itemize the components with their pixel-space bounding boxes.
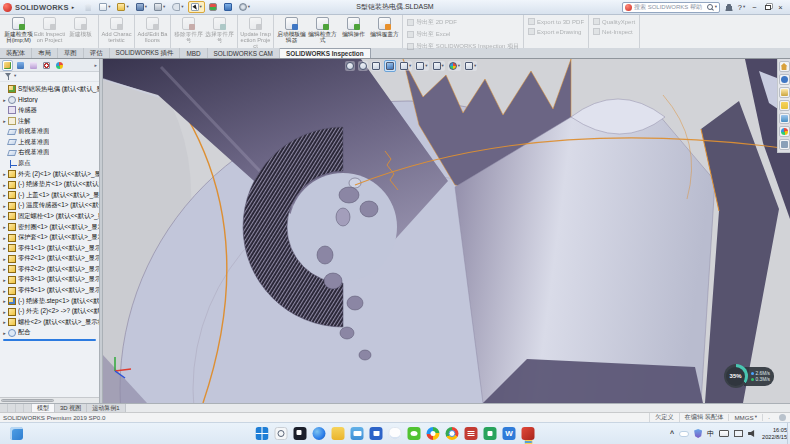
- new-template-button[interactable]: 新建模板: [65, 16, 96, 37]
- featuremanager-tab[interactable]: [2, 60, 13, 71]
- close-button[interactable]: ×: [774, 1, 787, 13]
- remove-balloons-button[interactable]: 移除零件序号: [173, 16, 204, 43]
- help-search-box[interactable]: ▾: [622, 2, 720, 13]
- select-balloons-button[interactable]: 选择零件序号: [204, 16, 235, 43]
- ribbon-tab[interactable]: SOLIDWORKS Inspection: [280, 48, 371, 58]
- status-tag-icon[interactable]: [779, 414, 786, 421]
- tree-item[interactable]: ▸(-) 温度传感器<1> (默认<<默认>_: [1, 201, 99, 212]
- export-2d-pdf-button[interactable]: 导出至 2D PDF: [407, 18, 457, 27]
- restore-button[interactable]: [761, 1, 774, 13]
- expand-arrow-icon[interactable]: ▸: [1, 118, 8, 124]
- appearances-button[interactable]: [779, 126, 790, 137]
- mail-taskbar-icon[interactable]: [351, 427, 364, 440]
- filter-caret-icon[interactable]: ▾: [14, 74, 16, 79]
- tree-item[interactable]: 右视基准面: [1, 148, 99, 159]
- scrollbar-thumb[interactable]: [1, 399, 54, 402]
- view-settings-button[interactable]: ▾: [464, 61, 477, 71]
- chrome-taskbar-icon[interactable]: [446, 427, 459, 440]
- expand-arrow-icon[interactable]: ▸: [1, 97, 8, 103]
- tree-item[interactable]: ▸零件3<1> (默认<<默认>_显示状态: [1, 275, 99, 286]
- file-explorer-button[interactable]: [779, 100, 790, 111]
- tray-expand-icon[interactable]: ^: [670, 430, 674, 437]
- tab-scroll-button[interactable]: [16, 404, 24, 412]
- expand-arrow-icon[interactable]: ▸: [1, 171, 8, 177]
- ime-indicator[interactable]: 中: [707, 429, 714, 439]
- expand-arrow-icon[interactable]: ▸: [1, 224, 8, 230]
- tree-item[interactable]: ▸零件1<1> (默认<<默认>_显示状态: [1, 243, 99, 254]
- tab-scroll-button[interactable]: [24, 404, 32, 412]
- hide-show-items-button[interactable]: ▾: [432, 61, 445, 71]
- onedrive-tray-icon[interactable]: [679, 431, 689, 437]
- ribbon-tab[interactable]: 布局: [32, 48, 58, 58]
- search-caret-icon[interactable]: ▾: [715, 5, 717, 10]
- qualityxpert-button[interactable]: QualityXpert: [593, 18, 635, 25]
- file-explorer-taskbar-icon[interactable]: [332, 427, 345, 440]
- export-3d-pdf-button[interactable]: Export to 3D PDF: [528, 18, 584, 25]
- solidworks-taskbar-icon[interactable]: [522, 427, 535, 440]
- ribbon-tab[interactable]: SOLIDWORKS CAM: [208, 48, 280, 58]
- rollback-bar[interactable]: [3, 339, 96, 341]
- expand-arrow-icon[interactable]: ▸: [1, 330, 8, 336]
- login-button[interactable]: [722, 1, 735, 13]
- tree-item[interactable]: ▸保护套<1> (默认<<默认>_显示状: [1, 232, 99, 243]
- previous-view-button[interactable]: [371, 61, 381, 71]
- options-button[interactable]: ▾: [236, 1, 253, 13]
- add-edit-balloons-button[interactable]: Add/Edit Balloons: [137, 16, 168, 43]
- view-palette-button[interactable]: [779, 113, 790, 124]
- expand-arrow-icon[interactable]: ▸: [1, 213, 8, 219]
- display-settings-button[interactable]: [221, 1, 235, 13]
- launch-template-editor-button[interactable]: 启动模板编辑器: [276, 16, 307, 43]
- widgets-icon[interactable]: [10, 427, 23, 440]
- custom-properties-button[interactable]: [779, 139, 790, 150]
- store-taskbar-icon[interactable]: [370, 427, 383, 440]
- expand-arrow-icon[interactable]: ▸: [1, 192, 8, 198]
- select-button[interactable]: ▾: [188, 1, 205, 13]
- new-document-button[interactable]: ▾: [96, 1, 113, 13]
- expand-arrow-icon[interactable]: ▸: [1, 182, 8, 188]
- help-button[interactable]: ?▾: [735, 1, 748, 13]
- tree-filter-row[interactable]: ▾: [0, 72, 99, 82]
- add-characteristic-button[interactable]: Add Characteristic: [101, 16, 132, 43]
- tree-item[interactable]: ▸History: [1, 95, 99, 106]
- edge-taskbar-icon[interactable]: [313, 427, 326, 440]
- wps-taskbar-icon[interactable]: W: [503, 427, 516, 440]
- display-style-button[interactable]: ▾: [415, 61, 428, 71]
- tree-horizontal-scrollbar[interactable]: [0, 397, 99, 403]
- tree-item[interactable]: ▸零件2<1> (默认<<默认>_显示状态: [1, 254, 99, 265]
- tree-item[interactable]: ▸注解: [1, 116, 99, 127]
- ribbon-tab[interactable]: MBD: [180, 48, 207, 58]
- zoom-fit-button[interactable]: [345, 61, 355, 71]
- ribbon-tab[interactable]: SOLIDWORKS 插件: [110, 48, 181, 58]
- task-view-taskbar-icon[interactable]: [294, 427, 307, 440]
- expand-arrow-icon[interactable]: ▸: [1, 298, 8, 304]
- export-sw-inspection-project-button[interactable]: 导出至 SOLIDWORKS Inspection 项目: [407, 42, 519, 51]
- export-excel-button[interactable]: 导出至 Excel: [407, 30, 450, 39]
- security-tray-icon[interactable]: [694, 429, 702, 438]
- tree-item[interactable]: S型铠装热电偶 (默认<默认_显示状态-1: [1, 84, 99, 95]
- edit-appearance-button[interactable]: ▾: [448, 61, 461, 71]
- tree-item[interactable]: 传感器: [1, 105, 99, 116]
- expand-arrow-icon[interactable]: ▸: [1, 309, 8, 315]
- start-taskbar-icon[interactable]: [256, 427, 269, 440]
- tree-item[interactable]: ▸配合: [1, 328, 99, 339]
- keyboard-tray-icon[interactable]: [719, 430, 729, 437]
- tab-scroll-button[interactable]: [8, 404, 16, 412]
- ribbon-tab[interactable]: 草图: [58, 48, 84, 58]
- configurationmanager-tab[interactable]: [28, 60, 39, 71]
- tree-item[interactable]: ▸(-) 外壳 (2)<2> ->? (默认<<默认: [1, 306, 99, 317]
- ribbon-tab[interactable]: 装配体: [0, 48, 32, 58]
- dimxpertmanager-tab[interactable]: [41, 60, 52, 71]
- propertymanager-tab[interactable]: [15, 60, 26, 71]
- home-button[interactable]: [81, 1, 95, 13]
- search-input[interactable]: [634, 4, 705, 10]
- 3dexperience-button[interactable]: [779, 74, 790, 85]
- doc-tab[interactable]: 运动算例1: [87, 404, 125, 412]
- search-icon[interactable]: [707, 4, 713, 10]
- expand-arrow-icon[interactable]: ▸: [1, 256, 8, 262]
- tree-item[interactable]: 前视基准面: [1, 126, 99, 137]
- ribbon-tab[interactable]: 评估: [84, 48, 110, 58]
- expand-arrow-icon[interactable]: ▸: [1, 277, 8, 283]
- expand-arrow-icon[interactable]: ▸: [1, 235, 8, 241]
- tree-item[interactable]: ▸(-) 绝缘垫片<1> (默认<<默认>_显: [1, 179, 99, 190]
- rebuild-button[interactable]: [206, 1, 220, 13]
